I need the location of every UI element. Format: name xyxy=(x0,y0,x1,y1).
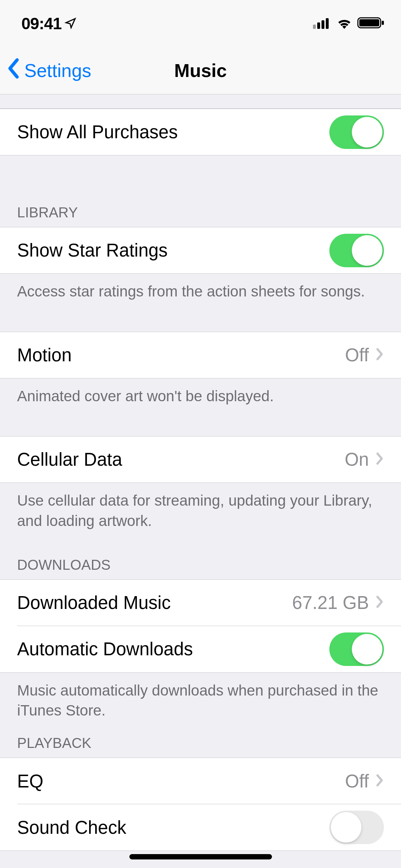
motion-cell[interactable]: Motion Off xyxy=(0,332,401,378)
page-title: Music xyxy=(174,60,227,81)
chevron-right-icon xyxy=(375,771,384,792)
svg-rect-0 xyxy=(313,25,316,29)
cell-label: Automatic Downloads xyxy=(17,639,329,660)
home-sharing-header: HOME SHARING xyxy=(0,851,401,868)
svg-rect-1 xyxy=(317,22,320,29)
cell-label: Cellular Data xyxy=(17,449,345,470)
cell-value: Off xyxy=(345,345,369,366)
cell-label: Downloaded Music xyxy=(17,592,292,613)
wifi-icon xyxy=(336,17,353,30)
svg-rect-3 xyxy=(326,18,329,29)
chevron-right-icon xyxy=(375,449,384,470)
show-star-ratings-toggle[interactable] xyxy=(329,234,384,267)
playback-header: PLAYBACK xyxy=(0,729,401,758)
cell-label: Show All Purchases xyxy=(17,122,329,143)
cellular-footer: Use cellular data for streaming, updatin… xyxy=(0,483,401,539)
svg-rect-2 xyxy=(322,20,324,29)
sound-check-toggle[interactable] xyxy=(329,811,384,844)
automatic-downloads-footer: Music automatically downloads when purch… xyxy=(0,673,401,729)
nav-bar: Settings Music xyxy=(0,47,401,94)
cell-value: 67.21 GB xyxy=(292,592,369,613)
downloaded-music-cell[interactable]: Downloaded Music 67.21 GB xyxy=(0,579,401,626)
location-icon xyxy=(65,14,77,33)
star-ratings-footer: Access star ratings from the action shee… xyxy=(0,274,401,310)
cell-value: Off xyxy=(345,771,369,792)
library-header: LIBRARY xyxy=(0,195,401,227)
back-label: Settings xyxy=(24,60,91,81)
chevron-right-icon xyxy=(375,345,384,366)
show-all-purchases-cell[interactable]: Show All Purchases xyxy=(0,109,401,155)
svg-rect-6 xyxy=(382,21,384,25)
show-all-purchases-toggle[interactable] xyxy=(329,115,384,149)
show-star-ratings-cell[interactable]: Show Star Ratings xyxy=(0,227,401,274)
settings-content: Show All Purchases LIBRARY Show Star Rat… xyxy=(0,94,401,868)
chevron-right-icon xyxy=(375,592,384,613)
motion-footer: Animated cover art won't be displayed. xyxy=(0,378,401,415)
cell-label: Motion xyxy=(17,345,345,366)
automatic-downloads-cell[interactable]: Automatic Downloads xyxy=(0,626,401,673)
home-indicator[interactable] xyxy=(129,854,272,859)
eq-cell[interactable]: EQ Off xyxy=(0,758,401,804)
status-bar: 09:41 xyxy=(0,0,401,47)
downloads-header: DOWNLOADS xyxy=(0,540,401,579)
back-button[interactable]: Settings xyxy=(0,58,91,83)
cell-label: Show Star Ratings xyxy=(17,240,329,261)
svg-rect-5 xyxy=(359,19,379,26)
sound-check-cell[interactable]: Sound Check xyxy=(0,804,401,851)
cell-label: Sound Check xyxy=(17,817,329,838)
automatic-downloads-toggle[interactable] xyxy=(329,632,384,666)
cell-value: On xyxy=(345,449,369,470)
cellular-data-cell[interactable]: Cellular Data On xyxy=(0,436,401,483)
cellular-signal-icon xyxy=(313,17,331,30)
chevron-left-icon xyxy=(7,58,20,83)
status-time: 09:41 xyxy=(21,14,62,33)
battery-icon xyxy=(357,16,385,31)
cell-label: EQ xyxy=(17,771,345,792)
